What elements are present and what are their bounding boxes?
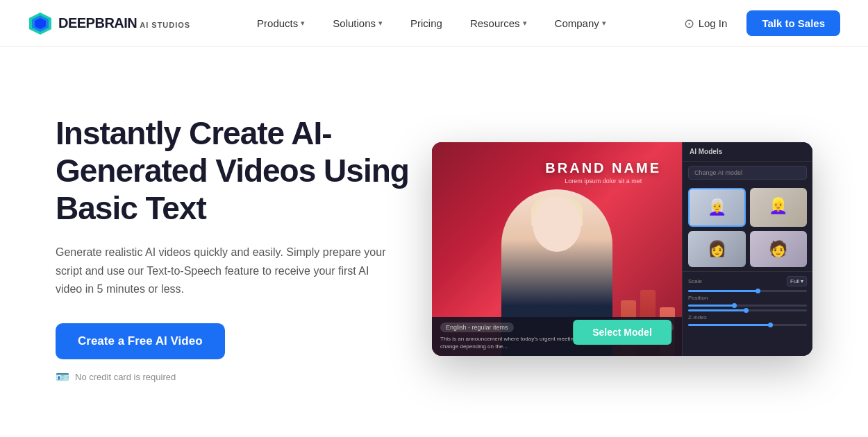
no-credit-notice: 🪪 No credit card is required <box>56 370 431 384</box>
nav-links: Products ▾ Solutions ▾ Pricing Resources… <box>246 12 617 35</box>
position-label: Position <box>688 295 708 301</box>
hero-mockup: BRAND NAME Lorem ipsum dolor sit a met <box>432 142 812 356</box>
hero-title: Instantly Create AI-Generated Videos Usi… <box>56 114 431 228</box>
user-icon: ⊙ <box>684 16 694 31</box>
chevron-down-icon: ▾ <box>301 19 305 28</box>
hero-description: Generate realistic AI videos quickly and… <box>56 243 396 298</box>
model-avatar-4: 🧑 <box>750 231 808 267</box>
logo-deepbrain: DEEPBRAIN <box>58 15 137 31</box>
scale-fill <box>688 290 760 292</box>
logo[interactable]: DEEPBRAIN AI STUDIOS <box>28 11 190 36</box>
model-search[interactable]: Change AI model <box>688 166 807 180</box>
position-x-fill <box>688 305 735 307</box>
hero-left: Instantly Create AI-Generated Videos Usi… <box>56 114 431 384</box>
chevron-down-icon: ▾ <box>602 19 606 28</box>
model-grid: 👩‍🦳 👱‍♀️ 👩 🧑 <box>683 184 812 271</box>
position-x-thumb[interactable] <box>732 303 737 308</box>
nav-pricing[interactable]: Pricing <box>399 12 453 35</box>
brand-name: BRAND NAME <box>545 160 661 176</box>
position-x-track <box>688 305 807 307</box>
talk-to-sales-button[interactable]: Talk to Sales <box>746 10 840 36</box>
position-setting: Position <box>688 295 807 301</box>
scale-setting: Scale Full ▾ <box>688 276 807 286</box>
create-free-video-button[interactable]: Create a Free AI Video <box>56 323 225 359</box>
scale-dropdown[interactable]: Full ▾ <box>787 276 807 286</box>
nav-company[interactable]: Company ▾ <box>544 12 617 35</box>
credit-card-icon: 🪪 <box>56 370 69 384</box>
scale-thumb[interactable] <box>756 289 760 293</box>
brand-sub: Lorem ipsum dolor sit a met <box>545 178 661 185</box>
zindex-slider <box>688 324 807 326</box>
avatar-head <box>533 196 581 252</box>
position-y-fill <box>688 309 748 311</box>
nav-actions: ⊙ Log In Talk to Sales <box>673 10 840 37</box>
chevron-down-icon: ▾ <box>378 19 383 28</box>
navbar: DEEPBRAIN AI STUDIOS Products ▾ Solution… <box>0 0 868 47</box>
logo-studios: STUDIOS <box>151 21 190 29</box>
nav-products[interactable]: Products ▾ <box>246 12 316 35</box>
position-x-slider <box>688 305 807 307</box>
zindex-label: Z-index <box>688 314 707 320</box>
nav-solutions[interactable]: Solutions ▾ <box>322 12 394 35</box>
panel-title: AI Models <box>683 142 812 162</box>
model-avatar-2: 👱‍♀️ <box>750 188 808 224</box>
scale-label: Scale <box>688 278 702 284</box>
position-y-track <box>688 309 807 311</box>
position-y-thumb[interactable] <box>744 308 749 313</box>
model-avatar-3: 👩 <box>688 231 746 267</box>
scale-slider <box>688 290 807 292</box>
panel-settings: Scale Full ▾ Position <box>683 271 812 333</box>
model-card-3[interactable]: 👩 <box>688 231 746 267</box>
model-card-4[interactable]: 🧑 <box>750 231 808 267</box>
product-mockup: BRAND NAME Lorem ipsum dolor sit a met <box>432 142 812 356</box>
zindex-fill <box>688 324 771 326</box>
main-content: Instantly Create AI-Generated Videos Usi… <box>0 47 868 437</box>
model-card-2[interactable]: 👱‍♀️ <box>750 188 808 227</box>
language-badge: English - regular items <box>440 323 514 332</box>
ai-models-panel: AI Models Change AI model 👩‍🦳 👱‍♀️ 👩 🧑 <box>682 142 812 356</box>
zindex-thumb[interactable] <box>768 323 773 327</box>
chevron-down-icon: ▾ <box>523 19 527 28</box>
model-avatar-1: 👩‍🦳 <box>690 189 744 225</box>
zindex-setting: Z-index <box>688 314 807 320</box>
model-card-1[interactable]: 👩‍🦳 <box>688 188 746 227</box>
select-model-button[interactable]: Select Model <box>573 320 671 345</box>
logo-ai: AI <box>140 21 149 29</box>
scale-track <box>688 290 807 292</box>
zindex-track <box>688 324 807 326</box>
nav-resources[interactable]: Resources ▾ <box>459 12 538 35</box>
position-y-slider <box>688 309 807 311</box>
login-button[interactable]: ⊙ Log In <box>673 10 739 37</box>
brand-overlay: BRAND NAME Lorem ipsum dolor sit a met <box>545 160 661 185</box>
